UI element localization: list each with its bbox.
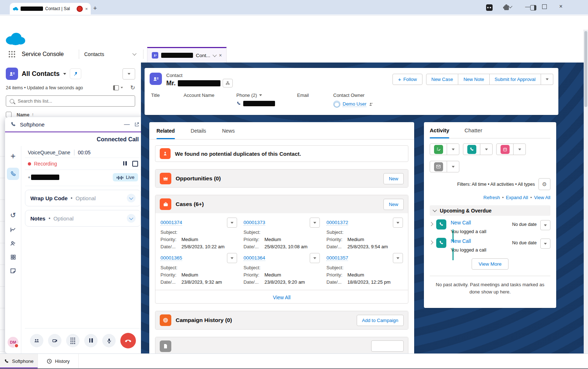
list-view-title[interactable]: All Contacts: [22, 70, 60, 78]
utility-softphone-tab[interactable]: Softphone: [0, 354, 38, 369]
conference-button[interactable]: [30, 334, 43, 347]
case-number-link[interactable]: 00001374: [160, 220, 182, 226]
tab-activity[interactable]: Activity: [430, 122, 449, 138]
email-button[interactable]: [430, 161, 447, 172]
view-more-button[interactable]: View More: [472, 258, 508, 270]
expand-all-link[interactable]: Expand All: [506, 195, 532, 200]
pin-list-button[interactable]: [70, 68, 81, 79]
tab-details[interactable]: Details: [191, 122, 206, 139]
refresh-list-icon[interactable]: ↻: [130, 84, 135, 91]
email-dropdown-button[interactable]: [447, 161, 459, 172]
subtab-dropdown-icon[interactable]: [213, 53, 216, 57]
opportunities-title[interactable]: Opportunities (0): [176, 175, 221, 182]
campaign-title[interactable]: Campaign History (0): [176, 317, 232, 323]
new-opportunity-button[interactable]: New: [383, 173, 404, 184]
agent-avatar[interactable]: DM: [8, 337, 18, 348]
mute-button[interactable]: [102, 334, 116, 347]
live-transcription-badge[interactable]: Live: [113, 173, 138, 181]
log-call-button[interactable]: [463, 144, 480, 155]
section-collapse-icon[interactable]: [433, 208, 437, 212]
window-maximize-button[interactable]: [537, 1, 551, 12]
list-actions-dropdown-button[interactable]: [123, 68, 135, 80]
follow-button[interactable]: +Follow: [392, 74, 422, 85]
expand-item-icon[interactable]: [429, 240, 433, 244]
more-actions-dropdown-button[interactable]: [541, 74, 553, 85]
call-history-icon[interactable]: ↺: [10, 211, 16, 219]
new-case-button-related[interactable]: New: [383, 199, 404, 210]
field-phone-label[interactable]: Phone (2): [236, 93, 257, 98]
list-view-selector-icon[interactable]: [63, 73, 66, 75]
case-number-link[interactable]: 00001372: [326, 220, 348, 226]
case-number-link[interactable]: 00001373: [244, 220, 265, 226]
softphone-minimize-icon[interactable]: —: [120, 121, 134, 128]
case-number-link[interactable]: 00001364: [244, 255, 265, 261]
activity-item-title[interactable]: New Call: [451, 220, 471, 226]
tab-close-icon[interactable]: ×: [85, 7, 88, 11]
end-call-button[interactable]: [120, 333, 136, 348]
case-actions-button[interactable]: [227, 253, 237, 263]
refresh-activity-link[interactable]: Refresh: [484, 195, 504, 200]
case-actions-button[interactable]: [227, 218, 237, 228]
password-manager-icon[interactable]: [486, 4, 493, 11]
activity-item-actions-button[interactable]: [540, 220, 550, 230]
activity-item-title[interactable]: New Call: [451, 238, 471, 244]
display-as-button[interactable]: [113, 85, 123, 90]
call-dropdown-button[interactable]: [480, 144, 492, 155]
cases-view-all-link[interactable]: View All: [273, 295, 291, 300]
notes-section[interactable]: Notes Optional: [25, 210, 141, 227]
notes-expand-icon[interactable]: [127, 214, 136, 223]
case-actions-button[interactable]: [393, 218, 403, 228]
case-number-link[interactable]: 00001357: [326, 255, 348, 261]
transfer-button[interactable]: [48, 334, 61, 347]
tab-chatter[interactable]: Chatter: [464, 122, 482, 138]
browser-tab[interactable]: Contact | Sal ×: [10, 3, 91, 14]
contacts-directory-icon[interactable]: [10, 240, 16, 247]
softphone-popout-icon[interactable]: [134, 122, 140, 127]
wrapup-code-section[interactable]: Wrap Up Code Optional: [25, 190, 141, 206]
view-all-activity-link[interactable]: View All: [534, 195, 550, 200]
case-actions-button[interactable]: [310, 253, 320, 263]
workspace-tab-contact[interactable]: Cont... ×: [147, 47, 227, 63]
hold-button[interactable]: [84, 334, 98, 347]
cases-title[interactable]: Cases (6+): [176, 201, 204, 207]
subtab-close-icon[interactable]: ×: [219, 53, 222, 58]
nav-tab-contacts[interactable]: Contacts: [84, 51, 104, 57]
clipped-action-button[interactable]: [371, 340, 404, 352]
list-search-box[interactable]: [6, 95, 135, 107]
new-case-button[interactable]: New Case: [426, 74, 459, 85]
new-note-button[interactable]: New Note: [458, 74, 489, 85]
case-number-link[interactable]: 00001365: [160, 255, 182, 261]
upcoming-overdue-section[interactable]: Upcoming & Overdue: [430, 205, 550, 216]
select-all-checkbox[interactable]: [6, 112, 12, 117]
case-actions-button[interactable]: [393, 253, 403, 263]
submit-approval-button[interactable]: Submit for Approval: [490, 74, 541, 85]
phone-dropdown-icon[interactable]: [259, 94, 262, 96]
page-scrollbar-thumb[interactable]: [584, 31, 587, 107]
new-tab-button[interactable]: +: [90, 4, 100, 13]
notes-pad-icon[interactable]: [10, 267, 16, 274]
task-dropdown-button[interactable]: [447, 144, 459, 155]
list-search-input[interactable]: [17, 98, 131, 104]
apps-grid-icon[interactable]: [10, 254, 16, 260]
active-call-tab-icon[interactable]: [7, 168, 19, 180]
pause-recording-icon[interactable]: [123, 160, 127, 167]
event-dropdown-button[interactable]: [513, 144, 525, 155]
extensions-puzzle-icon[interactable]: [504, 5, 509, 10]
change-owner-icon[interactable]: [369, 102, 373, 107]
tab-related[interactable]: Related: [156, 122, 175, 139]
view-hierarchy-button[interactable]: [223, 79, 233, 87]
new-event-button[interactable]: [497, 144, 513, 155]
case-actions-button[interactable]: [310, 218, 320, 228]
wrapup-expand-icon[interactable]: [127, 194, 136, 202]
activity-item-actions-button[interactable]: [540, 239, 550, 249]
stats-chart-icon[interactable]: [10, 227, 16, 233]
app-launcher-icon[interactable]: [9, 51, 15, 57]
add-to-campaign-button[interactable]: Add to Campaign: [357, 315, 404, 326]
utility-history-tab[interactable]: History: [38, 354, 79, 369]
name-column-header[interactable]: Name: [17, 112, 29, 117]
window-close-button[interactable]: ×: [554, 1, 568, 12]
expand-item-icon[interactable]: [429, 222, 433, 226]
new-call-plus-icon[interactable]: +: [10, 151, 16, 161]
stop-recording-icon[interactable]: [132, 161, 138, 167]
activity-filter-settings-button[interactable]: ⚙: [538, 178, 550, 190]
